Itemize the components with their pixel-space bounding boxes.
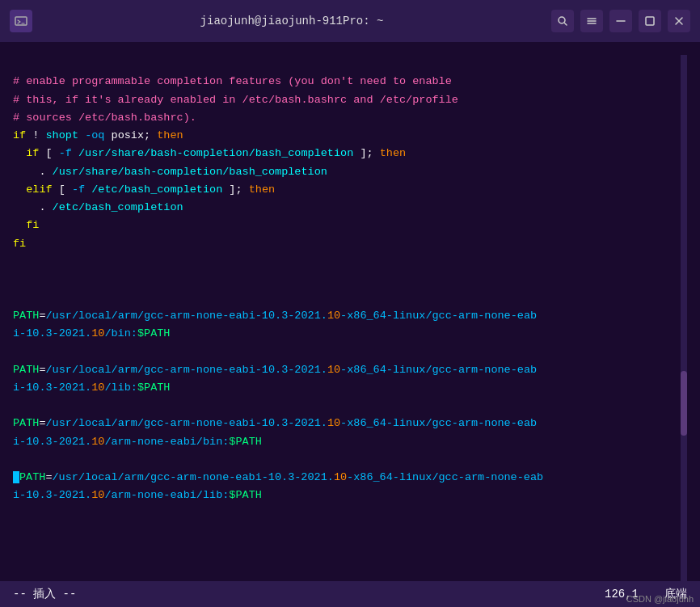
titlebar-controls <box>551 10 690 32</box>
if-inner-line: if [ -f /usr/share/bash-completion/bash_… <box>13 147 406 159</box>
dot-line-2: . /etc/bash_completion <box>13 201 183 213</box>
terminal-icon <box>10 10 32 32</box>
terminal-window: jiaojunh@jiaojunh-911Pro: ~ <box>0 0 700 607</box>
search-button[interactable] <box>551 10 574 32</box>
code-content: # enable programmable completion feature… <box>13 55 677 523</box>
comment-line-1: # enable programmable completion feature… <box>13 75 452 87</box>
fi-outer: fi <box>13 238 26 250</box>
svg-point-1 <box>559 17 565 23</box>
window-title: jiaojunh@jiaojunh-911Pro: ~ <box>200 15 384 27</box>
if-line: if ! shopt -oq posix; then <box>13 129 183 141</box>
svg-rect-0 <box>15 17 27 25</box>
svg-rect-2 <box>646 17 654 25</box>
maximize-button[interactable] <box>639 10 661 32</box>
comment-line-2: # this, if it's already enabled in /etc/… <box>13 94 458 106</box>
menu-button[interactable] <box>580 10 603 32</box>
watermark: CSDN @jiaojunh <box>626 594 694 604</box>
titlebar: jiaojunh@jiaojunh-911Pro: ~ <box>0 0 700 42</box>
minimize-button[interactable] <box>609 10 632 32</box>
statusbar: -- 插入 -- 126,1 底端 <box>0 581 700 607</box>
terminal-content: # enable programmable completion feature… <box>13 55 687 581</box>
path-line-2: PATH=/usr/local/arm/gcc-arm-none-eabi-10… <box>13 364 537 394</box>
terminal-body[interactable]: # enable programmable completion feature… <box>0 42 700 581</box>
scrollbar[interactable] <box>681 55 687 581</box>
titlebar-left <box>10 10 32 32</box>
empty-line-1 <box>13 273 19 285</box>
elif-line: elif [ -f /etc/bash_completion ]; then <box>13 183 275 196</box>
path-line-3: PATH=/usr/local/arm/gcc-arm-none-eabi-10… <box>13 417 537 447</box>
status-mode: -- 插入 -- <box>13 587 76 601</box>
dot-line-1: . /usr/share/bash-completion/bash_comple… <box>13 166 327 178</box>
scrollbar-thumb[interactable] <box>681 371 687 436</box>
close-button[interactable] <box>668 10 690 32</box>
comment-line-3: # sources /etc/bash.bashrc). <box>13 112 196 124</box>
fi-inner: fi <box>13 219 39 231</box>
path-line-4: PATH=/usr/local/arm/gcc-arm-none-eabi-10… <box>13 471 543 501</box>
cursor <box>13 471 19 483</box>
path-line-1: PATH=/usr/local/arm/gcc-arm-none-eabi-10… <box>13 310 537 339</box>
